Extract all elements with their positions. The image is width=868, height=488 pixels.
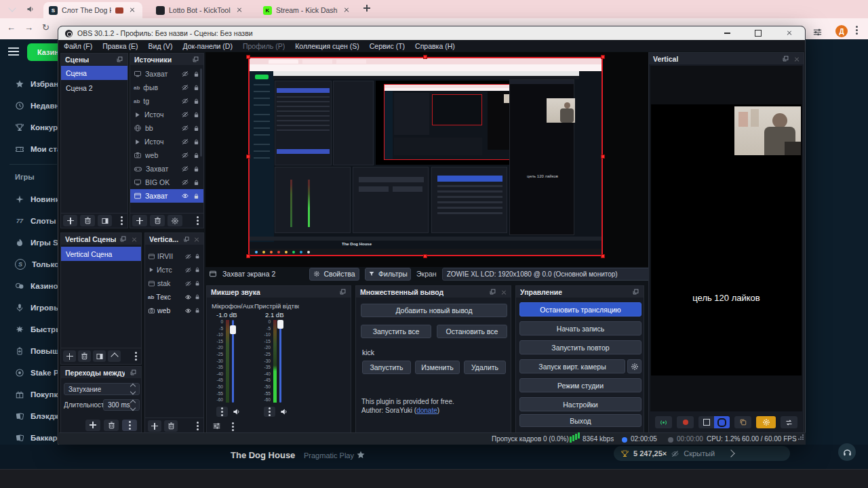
sidebar-item-favorites[interactable]: Избранн [15, 77, 58, 91]
channel-menu-button[interactable] [264, 407, 275, 417]
resize-grip[interactable] [798, 439, 800, 440]
stop-streaming-button[interactable]: Остановить трансляцию [519, 302, 642, 317]
menu-view[interactable]: Вид (V) [149, 42, 173, 50]
lock-icon[interactable] [193, 70, 200, 78]
popout-icon[interactable] [119, 235, 127, 243]
start-all-button[interactable]: Запустить все [361, 325, 431, 338]
transition-more-button[interactable] [122, 420, 137, 431]
stop-all-button[interactable]: Остановить все [437, 325, 507, 338]
source-row[interactable]: Истс [145, 263, 203, 277]
copy-scene-button[interactable] [734, 416, 751, 428]
start-recording-button[interactable]: Начать запись [519, 321, 642, 336]
exit-button[interactable]: Выход [519, 414, 642, 427]
add-button[interactable] [63, 350, 76, 362]
scenes-dock-header[interactable]: Сцены [61, 54, 127, 65]
layout-square-button[interactable] [698, 416, 714, 428]
support-headset-button[interactable] [838, 443, 856, 461]
delete-output-button[interactable]: Удалить [464, 361, 506, 374]
remove-source-button[interactable] [150, 215, 165, 226]
source-row[interactable]: stak [145, 277, 203, 290]
tab-close-icon[interactable] [342, 5, 351, 15]
close-dock-icon[interactable] [192, 235, 199, 243]
eye-icon[interactable] [181, 192, 189, 200]
vertical-dock-header[interactable]: Vertical [649, 53, 804, 64]
eye-off-icon[interactable] [184, 266, 192, 274]
eye-off-icon[interactable] [181, 178, 189, 186]
start-output-button[interactable]: Запустить [362, 361, 411, 374]
collapse-button[interactable] [108, 350, 121, 362]
preview-area[interactable]: цель 120 лайков The Dog House [205, 52, 704, 267]
extensions-icon[interactable] [812, 27, 823, 37]
sidebar-item-recent[interactable]: Недавни [15, 99, 58, 113]
add-button[interactable] [148, 420, 161, 432]
transitions-header[interactable]: Переходы между ... [61, 367, 141, 378]
sidebar-item-baccarat[interactable]: Баккар [15, 431, 58, 445]
sidebar-item-enhanced[interactable]: Повыше [15, 344, 58, 358]
source-row[interactable]: abtg [130, 94, 203, 108]
sidebar-item-exclusive[interactable]: SТолько [15, 258, 58, 271]
selection-handle[interactable] [246, 55, 250, 59]
duration-input[interactable]: 300 ms [103, 399, 140, 411]
browser-tab-kick[interactable]: K Stream - Kick Dashboard [258, 2, 357, 18]
source-row[interactable]: bb [130, 121, 203, 135]
virtual-camera-config-button[interactable] [627, 359, 642, 373]
selection-handle[interactable] [601, 55, 605, 59]
popout-icon[interactable] [130, 369, 137, 376]
eye-icon[interactable] [184, 293, 192, 301]
properties-button[interactable]: Свойства [309, 268, 359, 281]
obs-titlebar[interactable]: OBS 30.1.2 - Профиль: Без назви - Сцены:… [58, 26, 805, 40]
lock-icon[interactable] [193, 111, 200, 119]
vertical-scene-item[interactable]: Vertical Сцена [61, 247, 141, 261]
lock-icon[interactable] [193, 84, 200, 92]
sidebar-item-blackjack[interactable]: Блэкдж [15, 409, 58, 423]
lock-icon[interactable] [193, 138, 200, 146]
sidebar-item-stake-games[interactable]: Игры St [15, 236, 58, 249]
popout-icon[interactable] [183, 236, 190, 243]
favorite-star-icon[interactable] [356, 450, 366, 460]
vertical-canvas[interactable]: цель 120 лайков [651, 104, 802, 375]
mixer-header[interactable]: Микшер звука [207, 286, 351, 298]
menu-profile[interactable]: Профиль (P) [243, 42, 285, 50]
lock-icon[interactable] [194, 307, 201, 314]
maximize-button[interactable] [743, 26, 774, 40]
vertical-settings-button[interactable] [756, 416, 776, 428]
browser-menu-icon[interactable] [856, 26, 858, 35]
browser-tab-active[interactable]: S Слот The Dog House от Pra [43, 2, 142, 18]
swap-button[interactable] [781, 416, 797, 428]
popout-icon[interactable] [782, 55, 789, 62]
source-row-selected[interactable]: Захват [130, 189, 203, 203]
multi-output-header[interactable]: Множественный вывод [356, 286, 511, 298]
close-dock-icon[interactable] [499, 288, 507, 296]
captured-screen-preview[interactable]: цель 120 лайков The Dog House [248, 57, 603, 256]
menu-tools[interactable]: Сервис (T) [370, 42, 405, 50]
scene-filters-button[interactable] [98, 215, 112, 226]
popout-icon[interactable] [192, 56, 199, 63]
controls-header[interactable]: Управление [516, 286, 644, 298]
add-transition-button[interactable] [85, 420, 100, 431]
eye-off-icon[interactable] [184, 253, 192, 260]
sources-dock-header[interactable]: Источники [130, 54, 203, 65]
eye-off-icon[interactable] [181, 165, 189, 173]
selection-handle[interactable] [423, 254, 427, 258]
source-row[interactable]: Источ [130, 135, 203, 148]
transition-select[interactable]: Затухание [64, 383, 140, 395]
lock-icon[interactable] [193, 192, 200, 200]
eye-off-icon[interactable] [181, 70, 189, 78]
add-source-button[interactable] [132, 215, 147, 226]
close-dock-icon[interactable] [792, 55, 800, 62]
popout-icon[interactable] [632, 288, 639, 296]
sidebar-item-contests[interactable]: Конкурс [15, 121, 58, 134]
tab-close-icon[interactable] [235, 5, 244, 15]
popout-icon[interactable] [116, 56, 123, 63]
browser-profile-avatar[interactable]: Д [835, 25, 848, 37]
volume-slider-handle[interactable] [277, 320, 283, 329]
add-scene-button[interactable] [63, 215, 77, 226]
filters-button[interactable]: Фильтры [365, 268, 411, 281]
lock-icon[interactable] [194, 293, 201, 300]
eye-off-icon[interactable] [181, 97, 189, 105]
source-row[interactable]: BIG OK [130, 176, 203, 189]
remove-scene-button[interactable] [80, 215, 94, 226]
lock-icon[interactable] [193, 179, 200, 186]
volume-slider-track[interactable] [279, 320, 281, 403]
selection-handle[interactable] [601, 254, 605, 258]
